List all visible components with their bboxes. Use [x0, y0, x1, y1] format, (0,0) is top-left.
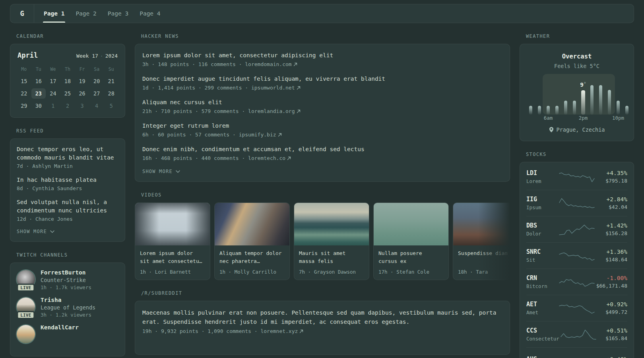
twitch-widget-label: TWITCH CHANNELS — [16, 252, 125, 258]
stock-row[interactable]: SNRCSit +1.36%$148.64 — [526, 243, 627, 269]
stock-price: $165.84 — [597, 335, 627, 341]
stock-price: $156.28 — [596, 230, 627, 236]
twitch-channel-row[interactable]: LIVE Trisha League of Legends 3h · 1.2k … — [17, 297, 118, 318]
hn-item-domain-link[interactable]: ipsumify.biz — [239, 132, 276, 138]
calendar-month: April — [17, 51, 38, 59]
stock-symbol: AHS — [526, 356, 558, 358]
hn-show-more-button[interactable]: SHOW MORE — [142, 169, 502, 174]
stocks-card: LDILorem +4.35%$795.18 IIGIpsum +2.84%$4… — [520, 162, 634, 358]
hn-item-domain-link[interactable]: loremtech.co — [248, 155, 285, 161]
calendar-day: 5 — [104, 101, 118, 111]
video-title[interactable]: Suspendisse diam — [458, 249, 510, 265]
subreddit-widget-label: /R/SUBREDDIT — [141, 290, 510, 296]
calendar-day: 15 — [17, 76, 31, 86]
nav-tabs: Page 1 Page 2 Page 3 Page 4 — [38, 4, 166, 23]
rss-item-title[interactable]: Donec tempor eros leo, ut commodo mauris… — [17, 145, 118, 162]
video-thumbnail — [294, 203, 369, 245]
hn-item: Integer eget rutrum lorem 6h · 60 points… — [142, 122, 502, 138]
weather-bar — [573, 101, 576, 115]
rss-item-meta: 7d · Ashlyn Martin — [17, 163, 118, 169]
stock-name: Dolor — [526, 231, 558, 237]
twitch-channel-row[interactable]: LIVE ForrestBurton Counter-Strike 1h · 1… — [17, 269, 118, 290]
weekday-label: Fr — [75, 65, 89, 74]
video-card[interactable]: Mauris sit amet massa felis 7h · Grayson… — [294, 202, 369, 280]
hackernews-widget-label: HACKER NEWS — [141, 33, 510, 39]
stock-row[interactable]: AHS +0.46% — [526, 348, 627, 358]
hackernews-card: Lorem ipsum dolor sit amet, consectetur … — [135, 44, 510, 182]
stock-row[interactable]: DBSDolor +1.42%$156.28 — [526, 216, 627, 243]
hn-item-title[interactable]: Aliquam nec cursus elit — [142, 98, 502, 107]
hn-item: Donec enim nibh, condimentum et accumsan… — [142, 145, 502, 161]
weather-bar — [564, 101, 567, 115]
hn-item-stats: 1d · 1,414 points · 299 comments · — [142, 85, 251, 91]
tab-page-4[interactable]: Page 4 — [134, 4, 166, 23]
weather-time-label: 6am — [544, 115, 553, 121]
external-link-icon — [287, 156, 291, 160]
video-meta: 1h · Molly Carrillo — [219, 269, 285, 275]
weather-location-text: Prague, Czechia — [557, 126, 605, 133]
calendar-card: April Week 17·2024 MoTuWeThFrSaSu 151617… — [10, 44, 125, 118]
subreddit-post-meta: 19h · 9,932 points · 1,090 comments · lo… — [142, 328, 502, 334]
hn-item-title[interactable]: Integer eget rutrum lorem — [142, 122, 502, 130]
video-card[interactable]: Lorem ipsum dolor sit amet consectetu… 1… — [135, 202, 210, 280]
app-logo[interactable]: G — [10, 4, 34, 23]
weekday-label: Sa — [89, 65, 104, 74]
video-card[interactable]: Nullam posuere cursus ex 17h · Stefan Co… — [373, 202, 449, 280]
hn-item-domain-link[interactable]: ipsumworld.net — [251, 85, 295, 91]
stock-row[interactable]: CRNBitcorn -1.00%$66,171.48 — [526, 269, 627, 295]
stock-id: SNRCSit — [526, 248, 558, 263]
stock-price: $148.64 — [596, 257, 627, 263]
hn-item-meta: 16h · 468 points · 440 comments · loremt… — [142, 155, 502, 161]
rss-item-meta: 12d · Chance Jones — [17, 216, 118, 222]
calendar-widget: CALENDAR April Week 17·2024 MoTuWeThFrSa… — [10, 33, 125, 118]
subreddit-widget: /R/SUBREDDIT Maecenas mollis pulvinar er… — [135, 290, 510, 355]
hn-item-domain-link[interactable]: loremlandia.org — [248, 108, 295, 114]
weather-bar — [538, 106, 541, 115]
video-title[interactable]: Aliquam tempor dolor nec pharetra… — [219, 249, 285, 265]
video-title[interactable]: Mauris sit amet massa felis — [299, 249, 364, 265]
subreddit-post-title[interactable]: Maecenas mollis pulvinar erat non posuer… — [142, 308, 502, 326]
weather-feels-like: Feels like 5°C — [526, 63, 627, 69]
twitch-channel-name[interactable]: KendallCarr — [41, 324, 79, 331]
twitch-channel-row[interactable]: KendallCarr — [17, 324, 118, 343]
video-card[interactable]: Suspendisse diam 18h · Tara — [453, 202, 510, 280]
twitch-channel-name[interactable]: Trisha — [41, 297, 95, 303]
middle-column: HACKER NEWS Lorem ipsum dolor sit amet, … — [135, 33, 510, 358]
rss-show-more-button[interactable]: SHOW MORE — [17, 229, 118, 234]
stock-row[interactable]: IIGIpsum +2.84%$42.04 — [526, 190, 627, 216]
stock-symbol: LDI — [526, 169, 558, 177]
rss-item-title[interactable]: In hac habitasse platea — [17, 176, 118, 184]
twitch-avatar-wrap — [17, 325, 35, 343]
stock-sparkline — [559, 249, 595, 263]
left-column: CALENDAR April Week 17·2024 MoTuWeThFrSa… — [10, 33, 125, 358]
weekday-label: Mo — [17, 65, 31, 74]
weekday-label: Su — [104, 65, 118, 74]
stocks-widget: STOCKS LDILorem +4.35%$795.18 IIGIpsum +… — [520, 152, 634, 358]
tab-page-2[interactable]: Page 2 — [70, 4, 102, 23]
video-thumbnail — [215, 203, 289, 245]
tab-page-3[interactable]: Page 3 — [102, 4, 134, 23]
calendar-day-selected: 23 — [31, 88, 46, 99]
stock-symbol: AET — [526, 301, 558, 308]
stock-symbol: CCS — [526, 327, 559, 334]
subreddit-post-domain-link[interactable]: loremnet.xyz — [260, 328, 298, 334]
hn-item-title[interactable]: Donec enim nibh, condimentum et accumsan… — [142, 145, 502, 154]
dashboard-columns: CALENDAR April Week 17·2024 MoTuWeThFrSa… — [10, 33, 634, 358]
calendar-widget-label: CALENDAR — [16, 33, 125, 39]
stock-change: +2.84% — [596, 196, 627, 202]
video-card[interactable]: Aliquam tempor dolor nec pharetra… 1h · … — [214, 202, 290, 280]
twitch-channel-name[interactable]: ForrestBurton — [41, 269, 91, 276]
rss-item-title[interactable]: Sed volutpat nulla nisl, a condimentum n… — [17, 198, 118, 215]
calendar-day: 24 — [46, 88, 60, 99]
tab-page-1[interactable]: Page 1 — [38, 4, 70, 23]
hn-item-title[interactable]: Lorem ipsum dolor sit amet, consectetur … — [142, 51, 502, 60]
daylight-region — [543, 74, 615, 115]
video-title[interactable]: Nullam posuere cursus ex — [378, 249, 444, 265]
stock-row[interactable]: CCSConsectetur +0.51%$165.84 — [526, 321, 627, 348]
stock-values: +1.42%$156.28 — [596, 222, 627, 236]
hn-item-domain-link[interactable]: loremdomain.com — [245, 61, 291, 67]
video-title[interactable]: Lorem ipsum dolor sit amet consectetu… — [140, 249, 205, 265]
hn-item-title[interactable]: Donec imperdiet augue tincidunt felis al… — [142, 75, 502, 83]
stock-row[interactable]: AETAmet +0.92%$499.72 — [526, 295, 627, 321]
stock-row[interactable]: LDILorem +4.35%$795.18 — [526, 164, 627, 190]
